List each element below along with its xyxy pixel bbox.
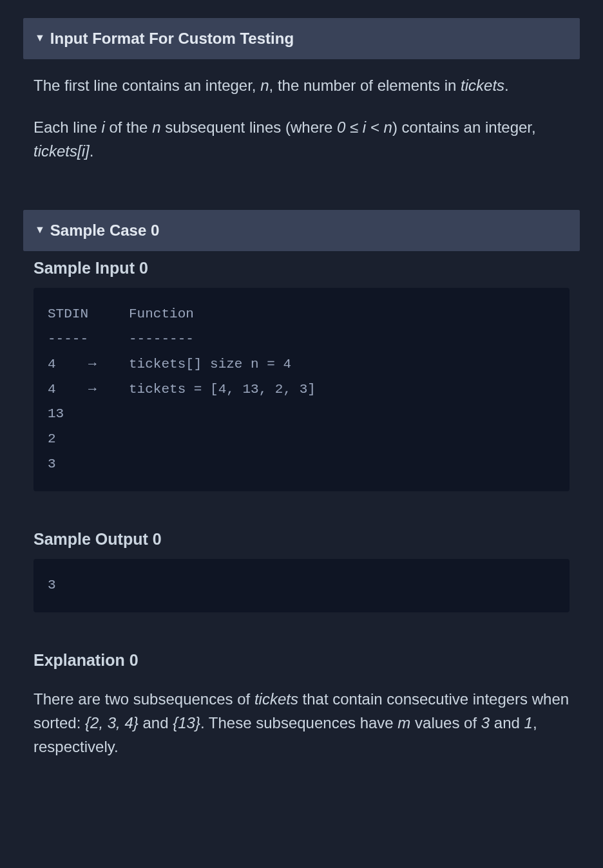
- sample-output-0-code: 3: [34, 559, 570, 612]
- val-1: 1: [524, 714, 533, 731]
- problem-statement-page: ▼ Input Format For Custom Testing The fi…: [0, 0, 603, 868]
- spacer: [23, 187, 580, 210]
- spacer: [23, 491, 580, 522]
- var-cond: 0 ≤ i < n: [337, 118, 392, 136]
- input-format-title: Input Format For Custom Testing: [50, 27, 294, 50]
- input-format-header[interactable]: ▼ Input Format For Custom Testing: [23, 18, 580, 59]
- text: of the: [105, 118, 152, 136]
- set-2: {13}: [173, 714, 200, 731]
- sample-output-0-label: Sample Output 0: [23, 522, 580, 560]
- text: Each line: [34, 118, 101, 136]
- text: , the number of elements in: [269, 77, 461, 94]
- var-tickets-i: tickets[i]: [34, 142, 90, 160]
- sample-input-0-code: STDIN Function ----- -------- 4 → ticket…: [34, 288, 570, 491]
- text: .: [90, 142, 94, 160]
- var-n: n: [152, 118, 160, 136]
- input-format-para-1: The first line contains an integer, n, t…: [34, 73, 570, 97]
- var-n: n: [260, 77, 269, 94]
- set-1: {2, 3, 4}: [85, 714, 139, 731]
- caret-down-icon: ▼: [35, 222, 45, 238]
- text: .: [504, 77, 509, 94]
- input-format-para-2: Each line i of the n subsequent lines (w…: [34, 115, 570, 163]
- input-format-body: The first line contains an integer, n, t…: [23, 59, 580, 187]
- var-m: m: [397, 714, 410, 731]
- val-3: 3: [481, 714, 490, 731]
- text: and: [490, 714, 524, 731]
- explanation-0-body: There are two subsequences of tickets th…: [23, 681, 580, 782]
- explanation-0-label: Explanation 0: [23, 643, 580, 681]
- text: The first line contains an integer,: [34, 77, 260, 94]
- text: subsequent lines (where: [161, 118, 338, 136]
- var-tickets: tickets: [254, 690, 298, 708]
- caret-down-icon: ▼: [35, 30, 45, 46]
- text: There are two subsequences of: [34, 690, 254, 708]
- var-tickets: tickets: [461, 77, 504, 94]
- text: . These subsequences have: [200, 714, 397, 731]
- text: ) contains an integer,: [392, 118, 536, 136]
- explanation-0-para: There are two subsequences of tickets th…: [34, 687, 570, 759]
- sample-case-0-title: Sample Case 0: [50, 219, 159, 242]
- sample-input-0-label: Sample Input 0: [23, 251, 580, 288]
- spacer: [23, 612, 580, 643]
- text: values of: [410, 714, 481, 731]
- sample-case-0-header[interactable]: ▼ Sample Case 0: [23, 210, 580, 251]
- text: and: [139, 714, 173, 731]
